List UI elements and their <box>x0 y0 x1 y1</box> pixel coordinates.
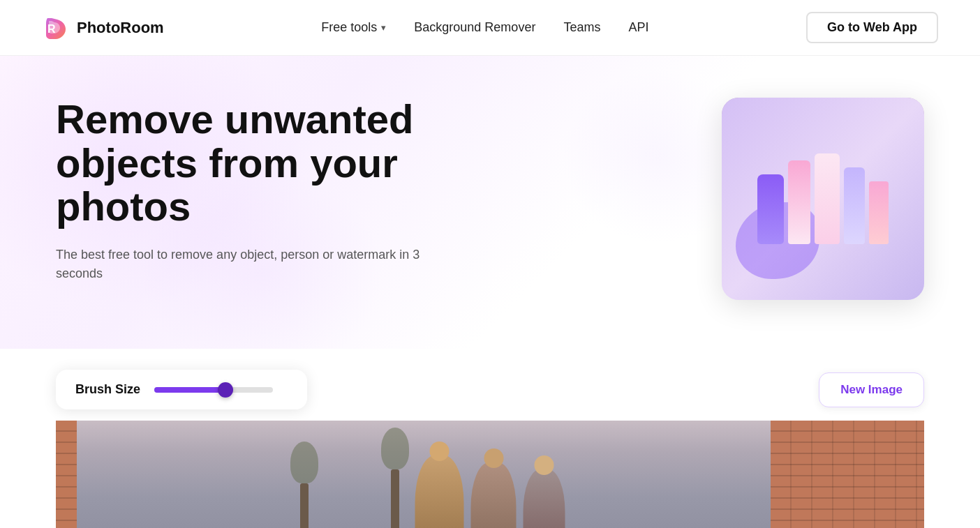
person-1-head <box>430 442 450 461</box>
bottle-1 <box>757 174 784 244</box>
teams-label: Teams <box>563 20 600 35</box>
bottle-4 <box>844 167 865 244</box>
person-3-head <box>535 455 554 475</box>
person-1 <box>415 455 464 528</box>
tool-section: Brush Size New Image OFFEE <box>0 349 980 528</box>
tree-1 <box>300 483 309 528</box>
nav-background-remover[interactable]: Background Remover <box>414 20 535 35</box>
free-tools-label: Free tools <box>321 20 377 35</box>
bottle-2 <box>788 160 810 244</box>
brush-slider-fill <box>154 387 225 393</box>
photo-scene: OFFEE <box>56 421 924 528</box>
photoroom-logo-icon: R <box>42 14 70 42</box>
hero-section: Remove unwanted objects from your photos… <box>0 56 980 349</box>
card-inner <box>722 98 924 300</box>
brush-size-label: Brush Size <box>75 382 140 397</box>
api-label: API <box>628 20 648 35</box>
nav-free-tools[interactable]: Free tools ▾ <box>321 20 386 35</box>
tool-controls: Brush Size New Image <box>56 370 924 409</box>
brick-wall-left <box>56 421 77 528</box>
hero-left: Remove unwanted objects from your photos… <box>56 98 530 283</box>
hero-title: Remove unwanted objects from your photos <box>56 98 530 229</box>
nav-teams[interactable]: Teams <box>563 20 600 35</box>
brand-name: PhotoRoom <box>77 19 164 37</box>
new-image-button[interactable]: New Image <box>819 372 924 407</box>
navbar: R PhotoRoom Free tools ▾ Background Remo… <box>0 0 980 56</box>
person-2-head <box>484 448 503 468</box>
person-2 <box>471 462 517 528</box>
chevron-down-icon: ▾ <box>381 22 386 33</box>
hero-subtitle: The best free tool to remove any object,… <box>56 246 447 283</box>
brush-slider-thumb[interactable] <box>218 382 233 398</box>
bottle-5 <box>869 181 889 244</box>
hero-product-image <box>722 98 924 300</box>
brick-wall-right <box>771 421 924 528</box>
brush-size-slider[interactable] <box>154 387 273 393</box>
nav-links: Free tools ▾ Background Remover Teams AP… <box>321 20 648 35</box>
tree-2 <box>391 469 399 528</box>
svg-text:R: R <box>47 23 56 35</box>
photo-canvas[interactable]: OFFEE <box>56 421 924 528</box>
go-to-web-app-button[interactable]: Go to Web App <box>806 12 938 43</box>
product-bottles <box>743 139 903 258</box>
brush-panel: Brush Size <box>56 370 307 409</box>
person-3 <box>524 469 565 528</box>
nav-api[interactable]: API <box>628 20 648 35</box>
bottle-3 <box>815 153 840 244</box>
background-remover-label: Background Remover <box>414 20 535 35</box>
people-group <box>415 455 565 528</box>
logo[interactable]: R PhotoRoom <box>42 14 164 42</box>
product-card <box>722 98 924 300</box>
